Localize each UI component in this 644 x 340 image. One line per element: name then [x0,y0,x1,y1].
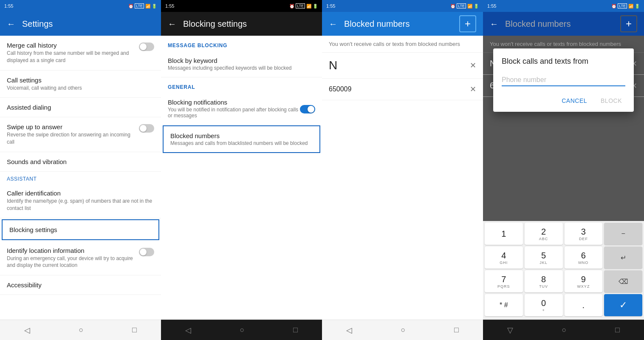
key-confirm[interactable]: ✓ [604,294,642,316]
keyboard-row-1: 1 2 ABC 3 DEF − [485,223,642,245]
key-8[interactable]: 8 TUV [525,270,563,292]
blocked-entry-650009: 650009 ✕ [322,79,483,100]
key-minus[interactable]: − [604,223,642,245]
app-bar-p4: ← Blocked numbers + [483,12,644,36]
nav-back-p4[interactable]: ▽ [499,322,522,338]
nav-recent-p1[interactable]: □ [124,322,145,338]
key-3[interactable]: 3 DEF [565,223,603,245]
key-backspace[interactable]: ⌫ [604,270,642,292]
blocking-settings-panel: 1:55 ⏰ LTE 📶 🔋 ← Blocking settings MESSA… [161,0,322,340]
nav-home-p2[interactable]: ○ [232,322,253,338]
blocking-settings-content: MESSAGE BLOCKING Block by keyword Messag… [161,36,322,320]
settings-item-caller-id[interactable]: Caller identification Identify the name/… [0,184,161,218]
cancel-button[interactable]: CANCEL [558,95,590,107]
nav-recent-p3[interactable]: □ [446,322,467,338]
blocked-numbers-dialog-content: You won't receive calls or texts from bl… [483,36,644,221]
blocking-item-blocked-numbers[interactable]: Blocked numbers Messages and calls from … [163,125,320,153]
settings-item-location[interactable]: Identify location information During an … [0,241,161,276]
key-star-hash[interactable]: * # [485,294,523,316]
toggle-merge-call[interactable] [139,42,154,51]
blocked-numbers-content: You won't receive calls or texts from bl… [322,36,483,320]
blocked-entry-n: N ✕ [322,53,483,79]
blocked-numbers-panel: 1:55 ⏰ LTE 📶 🔋 ← Blocked numbers + You w… [322,0,483,340]
settings-panel: 1:55 ⏰ LTE 📶 🔋 ← Settings Merge call his… [0,0,161,340]
status-bar-p4: 1:55 ⏰ LTE 📶 🔋 [483,0,644,12]
key-4[interactable]: 4 GHI [485,246,523,269]
toggle-location[interactable] [139,248,154,256]
app-bar-p2: ← Blocking settings [161,12,322,36]
settings-item-swipe-answer[interactable]: Swipe up to answer Reverse the swipe dir… [0,117,161,152]
settings-item-blocking[interactable]: Blocking settings [2,219,159,240]
nav-home-p1[interactable]: ○ [71,322,92,338]
nav-back-p3[interactable]: ◁ [338,322,361,338]
key-0[interactable]: 0 + [525,294,563,316]
nav-bar-p3: ◁ ○ □ [322,320,483,340]
dialog-actions: CANCEL BLOCK [502,93,625,107]
section-general: GENERAL [161,77,322,93]
key-9[interactable]: 9 WXYZ [565,270,603,292]
add-blocked-number-button[interactable]: + [459,15,476,32]
block-number-dialog: Block calls and texts from CANCEL BLOCK [493,48,634,112]
settings-item-assisted-dialing[interactable]: Assisted dialing [0,98,161,117]
keyboard-row-4: * # 0 + . ✓ [485,294,642,316]
key-2[interactable]: 2 ABC [525,223,563,245]
settings-content: Merge call history Call history from the… [0,36,161,320]
app-bar-p3: ← Blocked numbers + [322,12,483,36]
key-6[interactable]: 6 MNO [565,246,603,269]
remove-entry-650009[interactable]: ✕ [470,85,476,94]
toggle-blocking-notifications[interactable] [300,105,315,113]
nav-home-p3[interactable]: ○ [393,322,414,338]
keyboard-row-3: 7 PQRS 8 TUV 9 WXYZ ⌫ [485,270,642,292]
nav-bar-p4: ▽ ○ □ [483,320,644,340]
blocked-numbers-subtitle: You won't receive calls or texts from bl… [322,36,483,53]
phone-number-input[interactable] [502,74,625,86]
settings-item-call-settings[interactable]: Call settings Voicemail, call waiting an… [0,71,161,98]
back-arrow-p2[interactable]: ← [168,19,176,29]
nav-bar-p2: ◁ ○ □ [161,320,322,340]
key-7[interactable]: 7 PQRS [485,270,523,292]
settings-item-sounds[interactable]: Sounds and vibration [0,152,161,172]
block-button[interactable]: BLOCK [597,95,625,107]
blocking-settings-title: Blocking settings [183,19,315,29]
blocked-numbers-title-p3: Blocked numbers [344,19,452,29]
settings-item-accessibility[interactable]: Accessibility [0,275,161,295]
add-blocked-number-button-p4[interactable]: + [620,15,637,32]
key-1[interactable]: 1 [485,223,523,245]
nav-back-p1[interactable]: ◁ [16,322,39,338]
section-message-blocking: MESSAGE BLOCKING [161,36,322,51]
key-5[interactable]: 5 JKL [525,246,563,269]
status-bar-p3: 1:55 ⏰ LTE 📶 🔋 [322,0,483,12]
blocked-numbers-dialog-panel: 1:55 ⏰ LTE 📶 🔋 ← Blocked numbers + You w… [483,0,644,340]
nav-recent-p4[interactable]: □ [607,322,628,338]
nav-home-p4[interactable]: ○ [554,322,575,338]
remove-entry-n[interactable]: ✕ [470,61,476,70]
status-time-p1: 1:55 [4,3,13,8]
blocking-item-notifications[interactable]: Blocking notifications You will be notif… [161,93,322,125]
back-arrow-p3[interactable]: ← [329,19,337,29]
toggle-swipe-answer[interactable] [139,124,154,133]
app-bar-p1: ← Settings [0,12,161,36]
back-arrow-p4[interactable]: ← [490,19,498,29]
status-bar-p2: 1:55 ⏰ LTE 📶 🔋 [161,0,322,12]
nav-recent-p2[interactable]: □ [285,322,306,338]
nav-bar-p1: ◁ ○ □ [0,320,161,340]
key-return[interactable]: ↵ [604,246,642,269]
keyboard-row-2: 4 GHI 5 JKL 6 MNO ↵ [485,246,642,269]
status-bar-p1: 1:55 ⏰ LTE 📶 🔋 [0,0,161,12]
section-assistant: ASSISTANT [0,172,161,184]
back-arrow-p1[interactable]: ← [7,19,15,29]
key-dot[interactable]: . [565,294,603,316]
dialog-title: Block calls and texts from [502,57,625,66]
blocking-item-keyword[interactable]: Block by keyword Messages including spec… [161,51,322,77]
nav-back-p2[interactable]: ◁ [177,322,200,338]
blocked-numbers-title-p4: Blocked numbers [505,19,613,29]
settings-item-merge-call[interactable]: Merge call history Call history from the… [0,36,161,71]
dialpad-keyboard: 1 2 ABC 3 DEF − 4 GHI 5 JKL [483,221,644,320]
settings-title: Settings [22,19,154,29]
